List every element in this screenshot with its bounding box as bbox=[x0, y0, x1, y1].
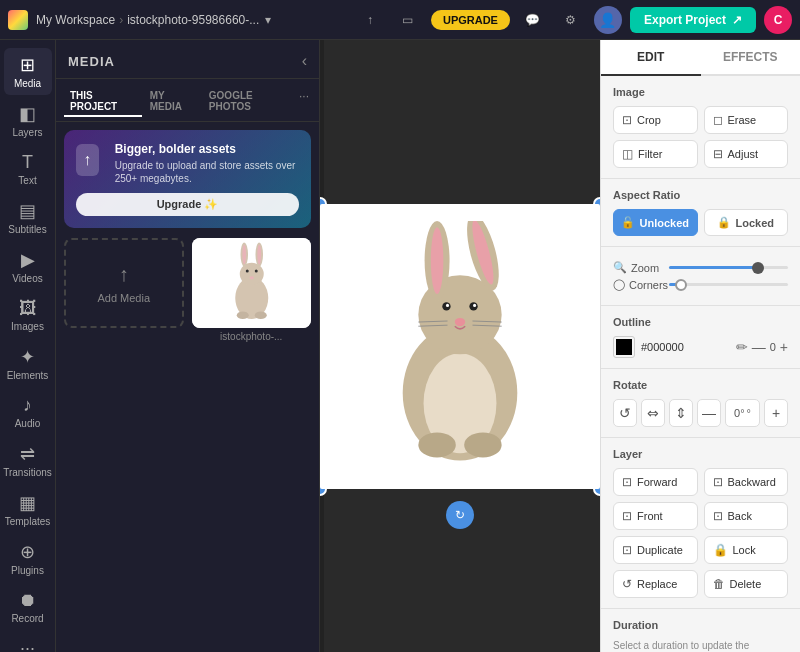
media-panel-tabs: THIS PROJECT MY MEDIA GOOGLE PHOTOS ··· bbox=[56, 79, 319, 122]
corners-slider[interactable] bbox=[669, 283, 788, 286]
minus-icon[interactable]: — bbox=[752, 339, 766, 355]
svg-point-8 bbox=[249, 276, 254, 279]
locked-button[interactable]: 🔒 Locked bbox=[704, 209, 789, 236]
sidebar-item-elements[interactable]: ✦ Elements bbox=[4, 340, 52, 387]
adjust-button[interactable]: ⊟ Adjust bbox=[704, 140, 789, 168]
adjust-label: Adjust bbox=[728, 148, 759, 160]
svg-point-9 bbox=[236, 312, 248, 320]
forward-icon: ⊡ bbox=[622, 475, 632, 489]
backward-button[interactable]: ⊡ Backward bbox=[704, 468, 789, 496]
add-media-label: Add Media bbox=[97, 292, 150, 304]
sidebar-item-text[interactable]: T Text bbox=[4, 146, 52, 192]
sidebar-item-templates[interactable]: ▦ Templates bbox=[4, 486, 52, 533]
sidebar-item-images[interactable]: 🖼 Images bbox=[4, 292, 52, 338]
duplicate-icon: ⊡ bbox=[622, 543, 632, 557]
more-options-icon[interactable]: ··· bbox=[297, 87, 311, 117]
delete-label: Delete bbox=[730, 578, 762, 590]
outline-color-inner bbox=[616, 339, 632, 355]
canvas-image[interactable] bbox=[320, 204, 600, 489]
back-button[interactable]: ⊡ Back bbox=[704, 502, 789, 530]
corners-thumb[interactable] bbox=[675, 279, 687, 291]
canvas-content: ↻ bbox=[320, 40, 600, 652]
sidebar-item-media-label: Media bbox=[14, 78, 41, 89]
rotate-plus-button[interactable]: + bbox=[764, 399, 788, 427]
rotation-handle[interactable]: ↻ bbox=[446, 501, 474, 529]
edit-icon[interactable]: ✏ bbox=[736, 339, 748, 355]
share-icon: ↗ bbox=[732, 13, 742, 27]
export-button[interactable]: Export Project ↗ bbox=[630, 7, 756, 33]
breadcrumb-sep: › bbox=[119, 13, 123, 27]
erase-button[interactable]: ◻ Erase bbox=[704, 106, 789, 134]
rotation-icon: ↻ bbox=[455, 508, 465, 522]
rotate-ccw-button[interactable]: ↺ bbox=[613, 399, 637, 427]
filter-button[interactable]: ◫ Filter bbox=[613, 140, 698, 168]
settings-icon[interactable]: ⚙ bbox=[556, 5, 586, 35]
sidebar-item-subtitles[interactable]: ▤ Subtitles bbox=[4, 194, 52, 241]
user-icon[interactable]: 👤 bbox=[594, 6, 622, 34]
upload-icon[interactable]: ↑ bbox=[355, 5, 385, 35]
sidebar-item-plugins[interactable]: ⊕ Plugins bbox=[4, 535, 52, 582]
sidebar-item-record[interactable]: ⏺ Record bbox=[4, 584, 52, 630]
rotate-section: Rotate ↺ ⇔ ⇕ — 0° ° + bbox=[601, 369, 800, 438]
monitor-icon[interactable]: ▭ bbox=[393, 5, 423, 35]
svg-point-3 bbox=[242, 245, 246, 265]
unlocked-button[interactable]: 🔓 Unlocked bbox=[613, 209, 698, 236]
lock-label: Lock bbox=[733, 544, 756, 556]
image-section: Image ⊡ Crop ◻ Erase ◫ Filter ⊟ Adjust bbox=[601, 76, 800, 179]
tab-effects[interactable]: EFFECTS bbox=[701, 40, 801, 76]
erase-label: Erase bbox=[728, 114, 757, 126]
unlocked-label: Unlocked bbox=[639, 217, 689, 229]
media-panel-content: ↑ Bigger, bolder assets Upgrade to uploa… bbox=[56, 122, 319, 652]
subtitles-icon: ▤ bbox=[19, 200, 36, 222]
upgrade-banner-button[interactable]: Upgrade ✨ bbox=[76, 193, 299, 216]
sidebar-item-videos[interactable]: ▶ Videos bbox=[4, 243, 52, 290]
tab-my-media[interactable]: MY MEDIA bbox=[144, 87, 201, 117]
more-icon: ··· bbox=[20, 638, 35, 652]
upgrade-banner-content: ↑ Bigger, bolder assets Upgrade to uploa… bbox=[76, 142, 299, 216]
zoom-thumb[interactable] bbox=[752, 262, 764, 274]
degree-icon: ° bbox=[747, 407, 751, 419]
zoom-slider[interactable] bbox=[669, 266, 788, 269]
upgrade-button[interactable]: UPGRADE bbox=[431, 10, 510, 30]
aspect-ratio-buttons: 🔓 Unlocked 🔒 Locked bbox=[613, 209, 788, 236]
add-media-button[interactable]: ↑ Add Media bbox=[64, 238, 184, 328]
sidebar-item-more[interactable]: ··· More bbox=[4, 632, 52, 652]
tab-google-photos[interactable]: GOOGLE PHOTOS bbox=[203, 87, 295, 117]
locked-label: Locked bbox=[735, 217, 774, 229]
topbar-actions: ↑ ▭ UPGRADE 💬 ⚙ 👤 Export Project ↗ C bbox=[355, 5, 792, 35]
outline-section: Outline #000000 ✏ — 0 + bbox=[601, 306, 800, 369]
svg-point-15 bbox=[431, 227, 444, 294]
tab-this-project[interactable]: THIS PROJECT bbox=[64, 87, 142, 117]
crop-button[interactable]: ⊡ Crop bbox=[613, 106, 698, 134]
media-thumbnail[interactable] bbox=[192, 238, 312, 328]
sidebar-item-layers[interactable]: ◧ Layers bbox=[4, 97, 52, 144]
duration-description: Select a duration to update the duration… bbox=[613, 639, 788, 652]
front-button[interactable]: ⊡ Front bbox=[613, 502, 698, 530]
zoom-label: 🔍 Zoom bbox=[613, 261, 661, 274]
plus-icon[interactable]: + bbox=[780, 339, 788, 355]
delete-icon: 🗑 bbox=[713, 577, 725, 591]
flip-h-icon: ⇔ bbox=[647, 405, 659, 421]
sidebar-item-media[interactable]: ⊞ Media bbox=[4, 48, 52, 95]
outline-row: #000000 ✏ — 0 + bbox=[613, 336, 788, 358]
replace-button[interactable]: ↺ Replace bbox=[613, 570, 698, 598]
avatar[interactable]: C bbox=[764, 6, 792, 34]
transitions-icon: ⇌ bbox=[20, 443, 35, 465]
rotate-minus-button[interactable]: — bbox=[697, 399, 721, 427]
media-panel-close-button[interactable]: ‹ bbox=[302, 52, 307, 70]
flip-h-button[interactable]: ⇔ bbox=[641, 399, 665, 427]
forward-label: Forward bbox=[637, 476, 677, 488]
sidebar-item-transitions[interactable]: ⇌ Transitions bbox=[4, 437, 52, 484]
lock-button[interactable]: 🔒 Lock bbox=[704, 536, 789, 564]
tab-edit[interactable]: EDIT bbox=[601, 40, 701, 76]
rotate-value: 0° ° bbox=[725, 399, 760, 427]
chat-icon[interactable]: 💬 bbox=[518, 5, 548, 35]
adjust-icon: ⊟ bbox=[713, 147, 723, 161]
flip-v-button[interactable]: ⇕ bbox=[669, 399, 693, 427]
outline-color-swatch[interactable] bbox=[613, 336, 635, 358]
workspace-label: My Workspace bbox=[36, 13, 115, 27]
delete-button[interactable]: 🗑 Delete bbox=[704, 570, 789, 598]
forward-button[interactable]: ⊡ Forward bbox=[613, 468, 698, 496]
duplicate-button[interactable]: ⊡ Duplicate bbox=[613, 536, 698, 564]
sidebar-item-audio[interactable]: ♪ Audio bbox=[4, 389, 52, 435]
